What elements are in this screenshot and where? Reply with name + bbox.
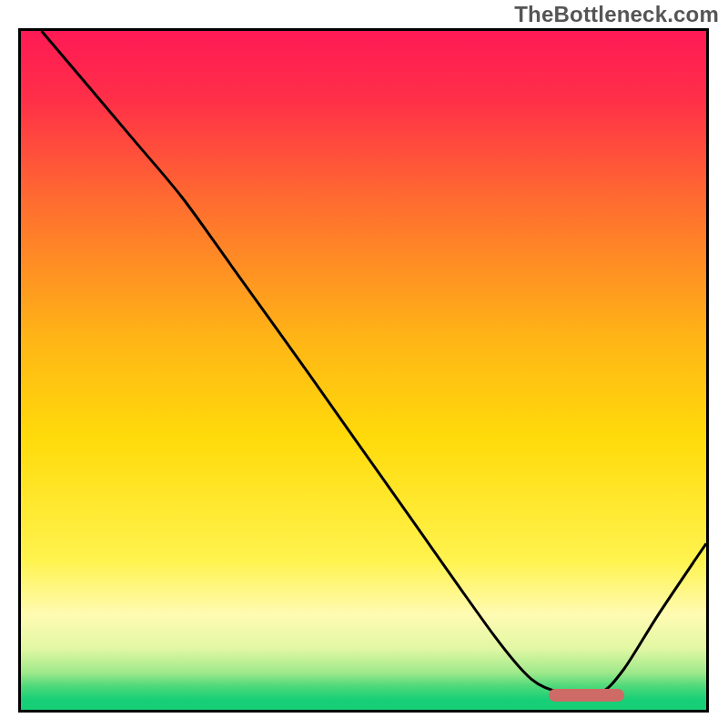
optimal-range-marker: [549, 689, 624, 702]
plot-frame: [18, 28, 709, 713]
chart-curve: [21, 31, 706, 710]
watermark-text: TheBottleneck.com: [514, 2, 719, 27]
